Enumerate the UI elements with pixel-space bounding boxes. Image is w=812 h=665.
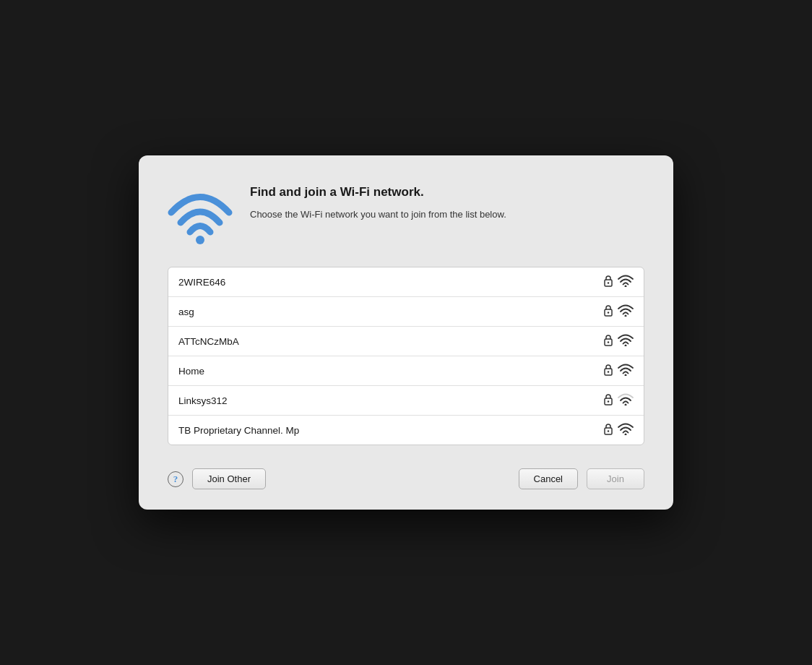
network-icons [603, 422, 634, 438]
dialog-header-text: Find and join a Wi-Fi network. Choose th… [250, 181, 506, 222]
dialog-subtitle: Choose the Wi-Fi network you want to joi… [250, 207, 506, 222]
network-icons [603, 304, 634, 319]
network-icons [603, 363, 634, 379]
svg-point-9 [625, 345, 627, 347]
join-button[interactable]: Join [587, 468, 644, 489]
dialog-header: Find and join a Wi-Fi network. Choose th… [168, 181, 644, 246]
lock-icon [603, 364, 613, 379]
svg-point-11 [608, 371, 609, 372]
network-name: Linksys312 [178, 395, 603, 406]
network-row[interactable]: 2WIRE646 [168, 267, 644, 297]
svg-point-5 [608, 312, 609, 313]
network-row[interactable]: ATTcNCzMbA [168, 327, 644, 356]
svg-point-2 [608, 282, 609, 283]
svg-point-17 [608, 430, 609, 432]
network-icons [603, 274, 634, 290]
wifi-signal-icon [618, 363, 634, 379]
wifi-signal-icon [618, 304, 634, 319]
network-name: Home [178, 366, 603, 377]
wifi-logo-icon [168, 181, 233, 246]
dialog-footer: ? Join Other Cancel Join [168, 468, 644, 489]
svg-point-6 [625, 315, 627, 317]
network-name: TB Proprietary Channel. Mp [178, 425, 603, 436]
network-row[interactable]: Linksys312 [168, 386, 644, 416]
wifi-dialog: Find and join a Wi-Fi network. Choose th… [139, 155, 673, 510]
wifi-signal-icon [618, 333, 634, 349]
svg-point-0 [196, 236, 204, 244]
svg-point-14 [608, 400, 609, 402]
network-icons [603, 333, 634, 349]
lock-icon [603, 393, 613, 408]
wifi-signal-icon [618, 274, 634, 290]
network-name: 2WIRE646 [178, 277, 603, 288]
svg-point-15 [625, 404, 627, 406]
lock-icon [603, 304, 613, 319]
svg-point-8 [608, 341, 609, 343]
footer-right: Cancel Join [519, 468, 644, 489]
cancel-button[interactable]: Cancel [519, 468, 578, 489]
network-row[interactable]: Home [168, 356, 644, 386]
network-icons [603, 392, 634, 408]
wifi-signal-icon [618, 422, 634, 438]
footer-left: ? Join Other [168, 468, 266, 489]
svg-point-18 [625, 434, 627, 436]
network-name: asg [178, 306, 603, 317]
lock-icon [603, 275, 613, 290]
svg-point-3 [625, 286, 627, 288]
network-name: ATTcNCzMbA [178, 336, 603, 347]
network-list: 2WIRE646 asg [168, 267, 644, 445]
dialog-title: Find and join a Wi-Fi network. [250, 184, 506, 200]
help-button[interactable]: ? [168, 471, 183, 487]
network-row[interactable]: TB Proprietary Channel. Mp [168, 416, 644, 445]
svg-point-12 [625, 374, 627, 377]
lock-icon [603, 334, 613, 349]
network-row[interactable]: asg [168, 297, 644, 327]
lock-icon [603, 423, 613, 438]
join-other-button[interactable]: Join Other [192, 468, 266, 489]
wifi-signal-icon [618, 392, 634, 408]
